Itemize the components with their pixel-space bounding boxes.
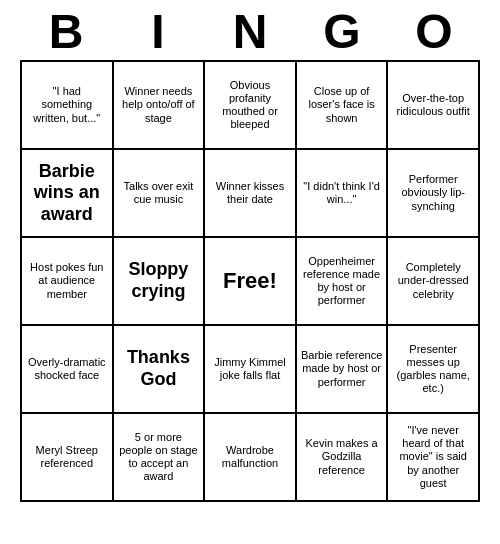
bingo-cell-7: Winner kisses their date [205,150,297,238]
bingo-cell-18: Barbie reference made by host or perform… [297,326,389,414]
bingo-cell-1: Winner needs help onto/off of stage [114,62,206,150]
bingo-cell-19: Presenter messes up (garbles name, etc.) [388,326,480,414]
bingo-letter: N [220,8,280,56]
bingo-cell-9: Performer obviously lip-synching [388,150,480,238]
bingo-cell-5: Barbie wins an award [22,150,114,238]
bingo-cell-8: "I didn't think I'd win..." [297,150,389,238]
bingo-cell-3: Close up of loser's face is shown [297,62,389,150]
bingo-letter: O [404,8,464,56]
bingo-cell-14: Completely under-dressed celebrity [388,238,480,326]
bingo-grid: "I had something written, but..."Winner … [20,60,480,502]
bingo-letter: G [312,8,372,56]
bingo-cell-15: Overly-dramatic shocked face [22,326,114,414]
bingo-cell-23: Kevin makes a Godzilla reference [297,414,389,502]
bingo-cell-10: Host pokes fun at audience member [22,238,114,326]
bingo-cell-2: Obvious profanity mouthed or bleeped [205,62,297,150]
bingo-cell-22: Wardrobe malfunction [205,414,297,502]
bingo-cell-4: Over-the-top ridiculous outfit [388,62,480,150]
bingo-letter: I [128,8,188,56]
bingo-title: BINGO [20,0,480,60]
bingo-letter: B [36,8,96,56]
bingo-cell-6: Talks over exit cue music [114,150,206,238]
bingo-cell-11: Sloppy crying [114,238,206,326]
bingo-cell-24: "I've never heard of that movie" is said… [388,414,480,502]
bingo-cell-0: "I had something written, but..." [22,62,114,150]
bingo-cell-16: Thanks God [114,326,206,414]
bingo-cell-13: Oppenheimer reference made by host or pe… [297,238,389,326]
bingo-cell-12: Free! [205,238,297,326]
bingo-cell-20: Meryl Streep referenced [22,414,114,502]
bingo-cell-17: Jimmy Kimmel joke falls flat [205,326,297,414]
bingo-cell-21: 5 or more people on stage to accept an a… [114,414,206,502]
